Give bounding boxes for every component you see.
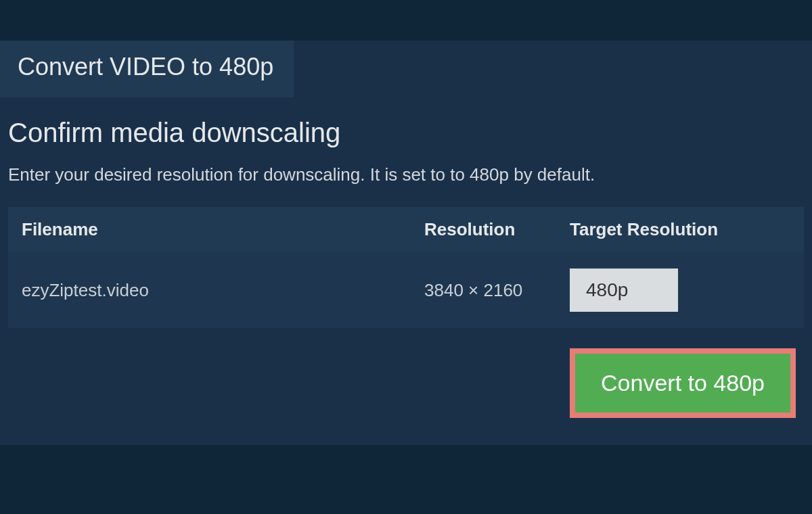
cell-target (570, 268, 790, 312)
content-area: Confirm media downscaling Enter your des… (0, 97, 812, 418)
page-subtitle: Enter your desired resolution for downsc… (8, 164, 804, 185)
tab-label: Convert VIDEO to 480p (18, 53, 273, 80)
cell-resolution: 3840 × 2160 (424, 280, 570, 301)
tab-convert-video[interactable]: Convert VIDEO to 480p (0, 41, 294, 97)
main-panel: Convert VIDEO to 480p Confirm media down… (0, 41, 812, 445)
table-row: ezyZiptest.video 3840 × 2160 (8, 252, 804, 328)
page-title: Confirm media downscaling (8, 118, 804, 148)
files-table: Filename Resolution Target Resolution ez… (8, 207, 804, 328)
cell-filename: ezyZiptest.video (22, 280, 424, 301)
actions-area: Convert to 480p (8, 328, 804, 418)
header-target: Target Resolution (570, 219, 790, 240)
header-filename: Filename (22, 219, 424, 240)
header-resolution: Resolution (424, 219, 570, 240)
table-header-row: Filename Resolution Target Resolution (8, 207, 804, 252)
target-resolution-input[interactable] (570, 268, 678, 312)
convert-button[interactable]: Convert to 480p (570, 348, 796, 418)
